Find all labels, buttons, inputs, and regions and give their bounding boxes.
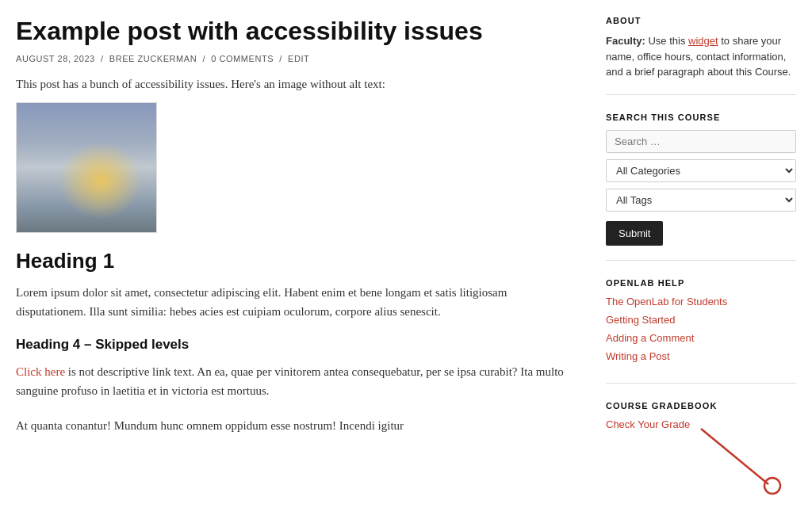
openlab-link-1[interactable]: The OpenLab for Students (606, 296, 796, 307)
post-title: Example post with accessibility issues (16, 16, 574, 46)
categories-select[interactable]: All Categories (606, 159, 796, 182)
heading-4: Heading 4 – Skipped levels (16, 337, 574, 353)
sidebar-about-title: ABOUT (606, 16, 796, 25)
sidebar-openlab-title: OPENLAB HELP (606, 278, 796, 288)
about-faculty-label: Faculty: (606, 35, 645, 47)
body-text-2-content: is not descriptive link text. An ea, qua… (16, 365, 564, 397)
search-input[interactable] (606, 130, 796, 153)
openlab-link-3[interactable]: Adding a Comment (606, 332, 796, 344)
post-edit-link[interactable]: EDIT (288, 54, 309, 63)
click-here-link[interactable]: Click here (16, 365, 65, 378)
post-intro: This post has a bunch of accessibility i… (16, 78, 574, 91)
page-wrapper: Example post with accessibility issues A… (0, 0, 812, 484)
about-text-middle: Use this (648, 35, 688, 47)
body-text-3: At quanta conantur! Mundum hunc omnem op… (16, 416, 574, 435)
search-submit-button[interactable]: Submit (606, 221, 663, 246)
body-text-2: Click here is not descriptive link text.… (16, 362, 574, 400)
post-author: BREE ZUCKERMAN (109, 54, 197, 63)
openlab-link-2[interactable]: Getting Started (606, 314, 796, 326)
tags-select[interactable]: All Tags (606, 189, 796, 212)
post-comments-link[interactable]: 0 COMMENTS (211, 54, 274, 63)
post-image (16, 102, 157, 233)
sidebar-about-section: ABOUT Faculty: Use this widget to share … (606, 16, 796, 95)
sidebar-gradebook-title: COURSE GRADEBOOK (606, 401, 796, 411)
post-meta: AUGUST 28, 2023 / BREE ZUCKERMAN / 0 COM… (16, 54, 574, 63)
body-text-1: Lorem ipsum dolor sit amet, consectetur … (16, 283, 574, 321)
heading-1: Heading 1 (16, 249, 574, 273)
gradebook-link-1[interactable]: Check Your Grade (606, 418, 796, 430)
openlab-link-4[interactable]: Writing a Post (606, 350, 796, 362)
sidebar-about-text: Faculty: Use this widget to share your n… (606, 33, 796, 80)
sidebar: ABOUT Faculty: Use this widget to share … (606, 16, 796, 468)
post-image-inner (17, 103, 156, 232)
post-date: AUGUST 28, 2023 (16, 54, 95, 63)
sidebar-gradebook-section: COURSE GRADEBOOK Check Your Grade (606, 401, 796, 451)
sidebar-search-section: SEARCH THIS COURSE All Categories All Ta… (606, 113, 796, 261)
about-widget-link[interactable]: widget (688, 35, 718, 47)
sidebar-openlab-section: OPENLAB HELP The OpenLab for Students Ge… (606, 278, 796, 384)
sidebar-search-title: SEARCH THIS COURSE (606, 113, 796, 122)
main-content: Example post with accessibility issues A… (16, 16, 574, 468)
